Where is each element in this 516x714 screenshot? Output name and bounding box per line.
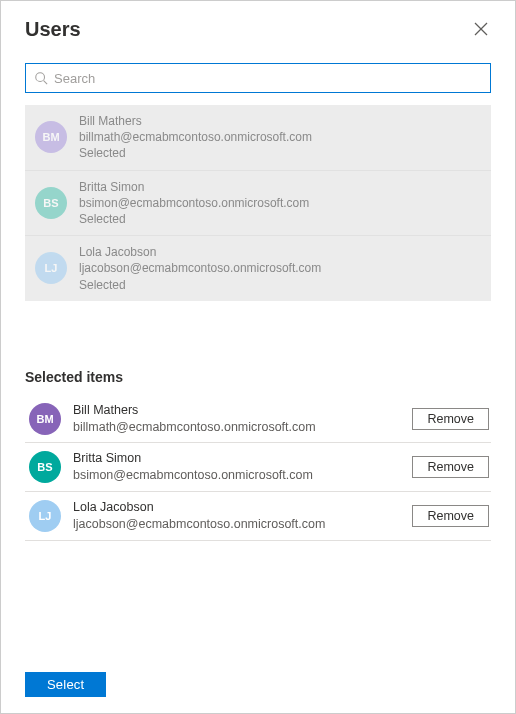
candidate-row[interactable]: LJ Lola Jacobson ljacobson@ecmabmcontoso… [25, 235, 491, 301]
candidate-name: Britta Simon [79, 179, 309, 195]
panel-header: Users [1, 1, 515, 53]
close-button[interactable] [467, 15, 495, 43]
selected-text: Lola Jacobson ljacobson@ecmabmcontoso.on… [73, 499, 400, 533]
svg-point-2 [36, 73, 45, 82]
candidate-status: Selected [79, 145, 312, 161]
candidate-list: BM Bill Mathers billmath@ecmabmcontoso.o… [25, 105, 491, 301]
selected-heading: Selected items [25, 369, 491, 385]
selected-name: Bill Mathers [73, 402, 400, 419]
candidate-email: ljacobson@ecmabmcontoso.onmicrosoft.com [79, 260, 321, 276]
avatar: BM [29, 403, 61, 435]
selected-list: BM Bill Mathers billmath@ecmabmcontoso.o… [25, 395, 491, 541]
users-panel: Users BM Bill Mathers billmath@ecmabmcon… [0, 0, 516, 714]
selected-name: Lola Jacobson [73, 499, 400, 516]
search-input[interactable] [54, 68, 482, 88]
candidate-status: Selected [79, 211, 309, 227]
candidate-text: Lola Jacobson ljacobson@ecmabmcontoso.on… [79, 244, 321, 293]
candidate-text: Britta Simon bsimon@ecmabmcontoso.onmicr… [79, 179, 309, 228]
selected-row: BS Britta Simon bsimon@ecmabmcontoso.onm… [25, 443, 491, 492]
avatar: BM [35, 121, 67, 153]
candidate-row[interactable]: BM Bill Mathers billmath@ecmabmcontoso.o… [25, 105, 491, 170]
avatar: LJ [35, 252, 67, 284]
candidate-status: Selected [79, 277, 321, 293]
panel-body: BM Bill Mathers billmath@ecmabmcontoso.o… [1, 53, 515, 660]
selected-text: Bill Mathers billmath@ecmabmcontoso.onmi… [73, 402, 400, 436]
avatar: LJ [29, 500, 61, 532]
remove-button[interactable]: Remove [412, 408, 489, 430]
candidate-email: bsimon@ecmabmcontoso.onmicrosoft.com [79, 195, 309, 211]
avatar: BS [29, 451, 61, 483]
select-button[interactable]: Select [25, 672, 106, 697]
panel-title: Users [25, 18, 81, 41]
candidate-name: Bill Mathers [79, 113, 312, 129]
selected-row: BM Bill Mathers billmath@ecmabmcontoso.o… [25, 395, 491, 444]
close-icon [474, 22, 488, 36]
svg-line-3 [44, 81, 48, 85]
candidate-name: Lola Jacobson [79, 244, 321, 260]
candidate-text: Bill Mathers billmath@ecmabmcontoso.onmi… [79, 113, 312, 162]
avatar: BS [35, 187, 67, 219]
candidate-row[interactable]: BS Britta Simon bsimon@ecmabmcontoso.onm… [25, 170, 491, 236]
selected-email: bsimon@ecmabmcontoso.onmicrosoft.com [73, 467, 400, 484]
panel-footer: Select [1, 660, 515, 713]
remove-button[interactable]: Remove [412, 505, 489, 527]
search-box[interactable] [25, 63, 491, 93]
search-icon [34, 71, 48, 85]
selected-row: LJ Lola Jacobson ljacobson@ecmabmcontoso… [25, 492, 491, 541]
selected-email: billmath@ecmabmcontoso.onmicrosoft.com [73, 419, 400, 436]
selected-email: ljacobson@ecmabmcontoso.onmicrosoft.com [73, 516, 400, 533]
selected-text: Britta Simon bsimon@ecmabmcontoso.onmicr… [73, 450, 400, 484]
selected-name: Britta Simon [73, 450, 400, 467]
candidate-email: billmath@ecmabmcontoso.onmicrosoft.com [79, 129, 312, 145]
remove-button[interactable]: Remove [412, 456, 489, 478]
